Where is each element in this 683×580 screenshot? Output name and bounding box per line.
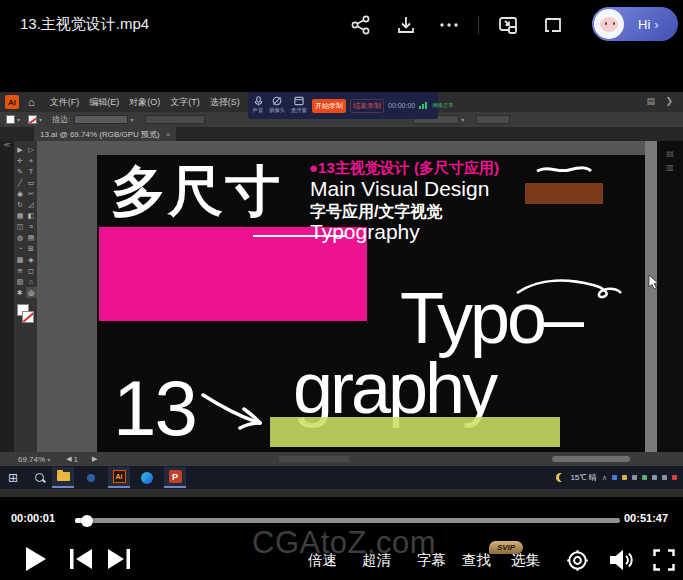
tray-icon[interactable] [642, 475, 647, 480]
stop-record-button[interactable]: 结束录制 [350, 99, 384, 113]
system-tray: 15℃ 晴 ∧ [556, 466, 677, 489]
tool-icon-15[interactable]: ≡ [26, 221, 37, 232]
progress-knob[interactable] [81, 515, 93, 527]
tool-icon-16[interactable]: ◍ [15, 232, 26, 243]
tool-icon-1[interactable]: ▷ [26, 144, 37, 155]
document-setup-control[interactable] [476, 115, 510, 124]
settings-icon[interactable] [566, 549, 589, 572]
tool-icon-6[interactable]: ╱ [15, 177, 26, 188]
artboard-nav-prev[interactable]: ◀ [66, 455, 73, 463]
left-panel-dock[interactable]: ≪ [0, 141, 14, 452]
status-info-box [279, 456, 349, 462]
menu-item-0[interactable]: 文件(F) [50, 96, 80, 109]
account-button[interactable]: Hi › [592, 7, 678, 41]
floating-window-icon[interactable]: 悬浮窗 [290, 96, 308, 115]
speed-button[interactable]: 倍速 [308, 551, 337, 570]
tool-icon-2[interactable]: ✛ [15, 155, 26, 166]
workspace-icons[interactable]: ▤ ❯ [646, 96, 677, 106]
tool-icon-9[interactable]: ✂ [26, 188, 37, 199]
previous-button[interactable] [68, 548, 94, 570]
tool-icon-14[interactable]: ◫ [15, 221, 26, 232]
stroke-none-swatch[interactable] [28, 115, 37, 124]
mouse-cursor [648, 274, 660, 290]
tool-icon-4[interactable]: ✎ [15, 166, 26, 177]
subtitles-button[interactable]: 字幕 [417, 551, 446, 570]
tab-close-icon[interactable]: × [166, 130, 171, 139]
tool-icon-0[interactable]: ▶ [15, 144, 26, 155]
opacity-control[interactable] [145, 115, 205, 124]
right-panel-dock[interactable]: ▤▥ [657, 141, 683, 452]
menu-item-1[interactable]: 编辑(E) [89, 96, 119, 109]
weather-widget[interactable]: 15℃ 晴 [570, 472, 597, 483]
taskbar-illustrator-icon[interactable]: Ai [108, 467, 130, 488]
mini-player-icon[interactable] [541, 13, 565, 37]
start-record-button[interactable]: 开始录制 [312, 99, 346, 113]
tool-icon-25[interactable]: ⌂ [26, 276, 37, 287]
tray-icon[interactable] [612, 475, 617, 480]
tool-icon-18[interactable]: ◔ [15, 243, 26, 254]
tool-icon-5[interactable]: T [26, 166, 37, 177]
tool-icon-26[interactable]: ✱ [15, 287, 26, 298]
fill-swatch[interactable] [6, 115, 15, 124]
stroke-weight-input[interactable] [74, 115, 128, 124]
zoom-level[interactable]: 69.74% [18, 455, 45, 464]
fullscreen-icon[interactable] [653, 549, 675, 571]
tool-icon-8[interactable]: ◉ [15, 188, 26, 199]
tray-icon[interactable] [662, 475, 667, 480]
toolbar-stroke-swatch[interactable] [22, 311, 34, 323]
tool-icon-20[interactable]: ▩ [15, 254, 26, 265]
tool-icon-12[interactable]: ▦ [15, 210, 26, 221]
tool-icon-3[interactable]: ⌖ [26, 155, 37, 166]
share-icon[interactable] [349, 13, 373, 37]
tool-icon-7[interactable]: ▭ [26, 177, 37, 188]
document-tab[interactable]: 13.ai @ 69.74% (RGB/GPU 预览) × [34, 127, 176, 141]
tool-icon-19[interactable]: ⊞ [26, 243, 37, 254]
download-icon[interactable] [394, 13, 418, 37]
taskbar-powerpoint-icon[interactable]: P [164, 467, 186, 488]
tool-icon-22[interactable]: ≋ [15, 265, 26, 276]
taskbar-search-icon[interactable] [34, 472, 46, 484]
picture-in-picture-icon[interactable] [496, 13, 520, 37]
play-button[interactable] [26, 547, 46, 571]
menu-item-3[interactable]: 文字(T) [170, 96, 200, 109]
quality-button[interactable]: 超清 [362, 551, 391, 570]
taskbar-explorer-icon[interactable] [52, 467, 74, 488]
tool-icon-24[interactable]: ▧ [15, 276, 26, 287]
taskbar-edge-icon[interactable] [136, 467, 158, 488]
start-button-icon[interactable]: ⊞ [8, 471, 18, 485]
tray-icon[interactable] [652, 475, 657, 480]
slide-title-en: Main Visual Design [310, 177, 489, 201]
tray-icon[interactable] [672, 475, 677, 480]
microphone-icon[interactable]: 声音 [252, 96, 264, 115]
illustrator-logo-icon[interactable]: Ai [5, 95, 19, 109]
total-duration: 00:51:47 [624, 512, 668, 524]
tool-icon-10[interactable]: ↻ [15, 199, 26, 210]
menu-item-4[interactable]: 选择(S) [210, 96, 240, 109]
taskbar-app-icon[interactable] [80, 467, 102, 488]
vertical-scrollbar[interactable] [645, 141, 657, 452]
slide-subtitle-en: Typography [310, 220, 420, 244]
tool-icon-13[interactable]: ◧ [26, 210, 37, 221]
progress-bar[interactable] [75, 518, 620, 523]
artboard-nav-next[interactable]: ▶ [92, 455, 99, 463]
record-timer: 00:00:00 [388, 102, 415, 109]
screen-recorder-overlay: 声音 摄像头 悬浮窗 开始录制 结束录制 00:00:00 网络正常 [248, 92, 438, 119]
tool-icon-17[interactable]: ▤ [26, 232, 37, 243]
fill-stroke-swatches[interactable] [17, 304, 34, 324]
volume-icon[interactable] [609, 548, 635, 572]
artboard[interactable]: 多尺寸 ●13主视觉设计 (多尺寸应用) Main Visual Design … [97, 155, 645, 457]
home-icon[interactable]: ⌂ [28, 96, 35, 108]
tool-icon-23[interactable]: ◻ [26, 265, 37, 276]
camera-off-icon[interactable]: 摄像头 [268, 96, 286, 115]
menu-item-2[interactable]: 对象(O) [129, 96, 160, 109]
tray-icon[interactable] [622, 475, 627, 480]
search-in-video-button[interactable]: 查找 [462, 551, 491, 570]
tool-icon-11[interactable]: ◿ [26, 199, 37, 210]
tool-icon-27[interactable]: ◎ [26, 287, 37, 298]
tray-expand-icon[interactable]: ∧ [602, 474, 607, 482]
tray-icon[interactable] [632, 475, 637, 480]
tool-icon-21[interactable]: ◈ [26, 254, 37, 265]
more-icon[interactable] [437, 13, 461, 37]
next-button[interactable] [106, 548, 132, 570]
horizontal-scrollbar[interactable] [552, 456, 630, 462]
